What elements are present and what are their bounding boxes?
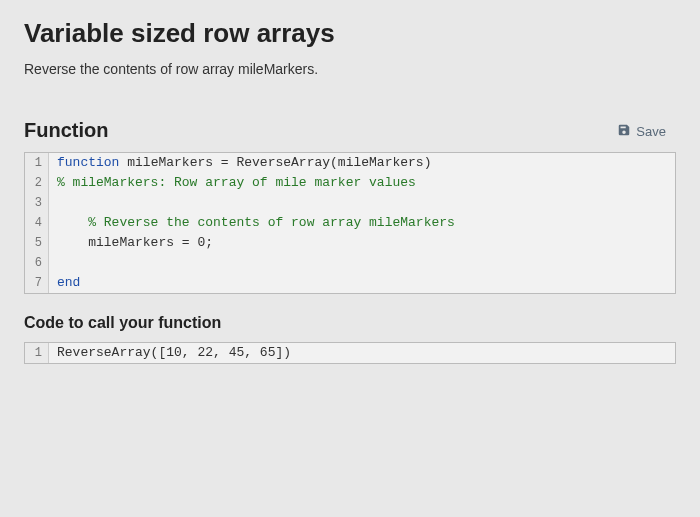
page-title: Variable sized row arrays [24, 18, 676, 49]
call-code-editor[interactable]: 1 ReverseArray([10, 22, 45, 65]) [24, 342, 676, 364]
code-line: 4 % Reverse the contents of row array mi… [25, 213, 675, 233]
code-text[interactable]: end [49, 273, 80, 293]
save-icon [617, 123, 631, 140]
code-text[interactable]: % mileMarkers: Row array of mile marker … [49, 173, 416, 193]
save-label: Save [636, 124, 666, 139]
line-number: 2 [25, 173, 49, 193]
line-number: 7 [25, 273, 49, 293]
instruction-text: Reverse the contents of row array mileMa… [24, 61, 676, 77]
save-button[interactable]: Save [613, 121, 670, 142]
function-code-editor[interactable]: 1 function mileMarkers = ReverseArray(mi… [24, 152, 676, 294]
line-number: 4 [25, 213, 49, 233]
code-text[interactable] [49, 253, 57, 273]
code-line: 2 % mileMarkers: Row array of mile marke… [25, 173, 675, 193]
code-line: 3 [25, 193, 675, 213]
line-number: 3 [25, 193, 49, 213]
line-number: 1 [25, 343, 49, 363]
code-line: 1 ReverseArray([10, 22, 45, 65]) [25, 343, 675, 363]
code-line: 5 mileMarkers = 0; [25, 233, 675, 253]
code-line: 7 end [25, 273, 675, 293]
line-number: 1 [25, 153, 49, 173]
code-line: 6 [25, 253, 675, 273]
code-text[interactable]: function mileMarkers = ReverseArray(mile… [49, 153, 431, 173]
code-text[interactable]: % Reverse the contents of row array mile… [49, 213, 455, 233]
code-text[interactable]: mileMarkers = 0; [49, 233, 213, 253]
line-number: 5 [25, 233, 49, 253]
code-text[interactable] [49, 193, 57, 213]
function-section-header: Function Save [24, 119, 676, 142]
call-function-label: Code to call your function [24, 314, 676, 332]
line-number: 6 [25, 253, 49, 273]
code-text[interactable]: ReverseArray([10, 22, 45, 65]) [49, 343, 291, 363]
function-label: Function [24, 119, 108, 142]
code-line: 1 function mileMarkers = ReverseArray(mi… [25, 153, 675, 173]
